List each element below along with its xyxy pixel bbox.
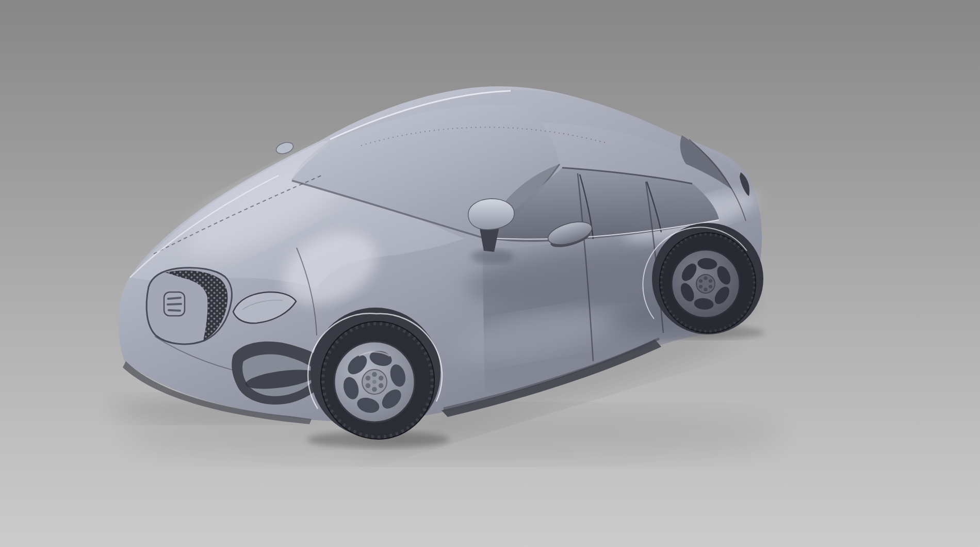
render-svg [0, 0, 980, 547]
seat-badge [164, 292, 185, 316]
car-model[interactable] [118, 86, 763, 446]
viewport-canvas[interactable] [0, 0, 980, 547]
rear-wheel-hub [696, 275, 715, 293]
front-wheel-hub [362, 369, 387, 394]
far-side-mirror [275, 140, 295, 156]
